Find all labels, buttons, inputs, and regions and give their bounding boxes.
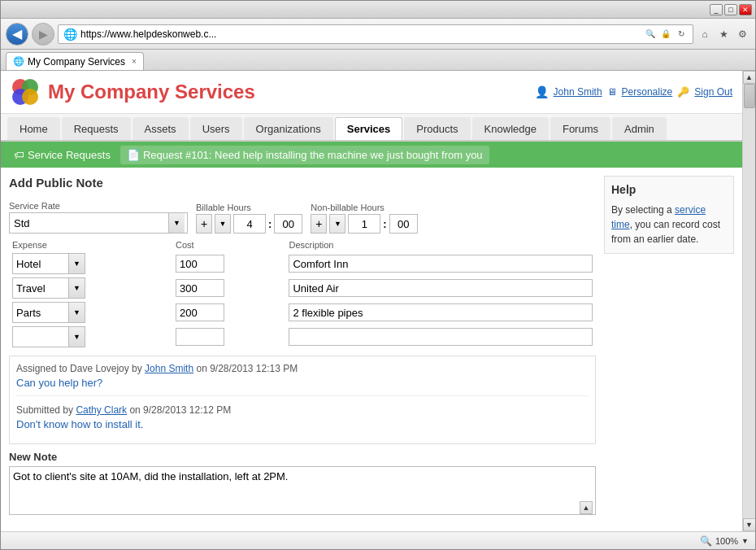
main-layout: Add Public Note Service Rate ▼ <box>1 168 742 526</box>
breadcrumb-service-requests[interactable]: 🏷 Service Requests <box>7 146 117 164</box>
window-controls: _ □ ✕ <box>710 4 752 15</box>
tab-organizations[interactable]: Organizations <box>244 117 333 140</box>
expense-type-1-select[interactable]: Hotel ▼ <box>12 253 85 274</box>
expense-desc-2-cell <box>285 276 596 300</box>
signout-icon: 🔑 <box>677 86 689 98</box>
note-2-author-link[interactable]: Cathy Clark <box>76 404 127 416</box>
billable-hours-input[interactable] <box>233 214 266 234</box>
service-rate-arrow[interactable]: ▼ <box>168 213 185 233</box>
tab-home[interactable]: Home <box>7 117 60 140</box>
home-icon[interactable]: ⌂ <box>697 26 713 42</box>
expense-desc-3-cell <box>285 300 596 325</box>
lock-icon: 🔒 <box>659 28 672 41</box>
note-1-text: Can you help her? <box>16 377 589 389</box>
expense-type-3-select[interactable]: Parts ▼ <box>12 302 85 323</box>
expense-type-1-cell: Hotel ▼ <box>9 251 172 276</box>
tab-forums[interactable]: Forums <box>550 117 610 140</box>
search-address-icon[interactable]: 🔍 <box>644 28 657 41</box>
expense-type-2-arrow[interactable]: ▼ <box>68 278 85 298</box>
note-1-author-link[interactable]: John Smith <box>145 363 193 374</box>
browser-ie-icon: 🌐 <box>63 28 77 41</box>
service-rate-select[interactable]: ▼ <box>9 212 188 234</box>
settings-icon[interactable]: ⚙ <box>734 26 750 42</box>
back-button[interactable]: ◀ <box>6 23 28 46</box>
browser-toolbar: ◀ ▶ 🌐 https://www.helpdeskonweb.c... 🔍 🔒… <box>1 19 755 50</box>
favorites-icon[interactable]: ★ <box>715 26 732 42</box>
expense-type-3-arrow[interactable]: ▼ <box>68 303 85 322</box>
scroll-down-arrow[interactable]: ▼ <box>743 518 756 531</box>
user-name-link[interactable]: John Smith <box>554 86 602 98</box>
expense-desc-1-cell <box>285 251 596 276</box>
svg-point-3 <box>22 89 38 105</box>
nonbillable-hours-input[interactable] <box>348 214 380 234</box>
expense-desc-4-input[interactable] <box>289 328 593 346</box>
new-note-wrapper: Got to client's site at 10AM, did the in… <box>9 466 596 517</box>
minimize-button[interactable]: _ <box>710 4 723 15</box>
expense-cost-1-cell <box>172 251 285 276</box>
nav-tabs: Home Requests Assets Users Organizations… <box>1 114 742 142</box>
tab-assets[interactable]: Assets <box>133 117 189 140</box>
note-scroll-up[interactable]: ▲ <box>580 501 593 514</box>
note-1-meta: Assigned to Dave Lovejoy by John Smith o… <box>16 363 589 374</box>
address-bar[interactable]: 🌐 https://www.helpdeskonweb.c... 🔍 🔒 ↻ <box>58 24 693 44</box>
service-rate-input[interactable] <box>10 215 168 232</box>
expense-cost-2-cell <box>172 276 285 300</box>
billable-plus-button[interactable]: + <box>196 214 212 234</box>
scroll-thumb[interactable] <box>744 84 755 108</box>
breadcrumb-doc-icon: 📄 <box>127 149 140 161</box>
new-note-textarea[interactable]: Got to client's site at 10AM, did the in… <box>9 466 596 515</box>
expense-type-4-arrow[interactable]: ▼ <box>68 327 85 347</box>
forward-button[interactable]: ▶ <box>32 23 54 46</box>
maximize-button[interactable]: □ <box>724 4 737 15</box>
expense-type-3-value: Parts <box>13 305 68 321</box>
header-user-area: 👤 John Smith 🖥 Personalize 🔑 Sign Out <box>535 85 732 98</box>
help-panel-content: Help By selecting a service time, you ca… <box>604 176 734 254</box>
browser-tab-main[interactable]: 🌐 My Company Services × <box>6 52 144 70</box>
tab-products[interactable]: Products <box>404 117 470 140</box>
new-note-label: New Note <box>9 451 596 463</box>
expense-type-1-arrow[interactable]: ▼ <box>68 254 85 273</box>
breadcrumb-bar: 🏷 Service Requests 📄 Request #101: Need … <box>1 142 742 168</box>
tab-knowledge[interactable]: Knowledge <box>472 117 549 140</box>
nonbillable-minutes-input[interactable] <box>389 214 418 234</box>
note-entry-1: Assigned to Dave Lovejoy by John Smith o… <box>16 363 589 396</box>
expense-cost-3-input[interactable] <box>176 303 224 321</box>
tab-requests[interactable]: Requests <box>62 117 131 140</box>
tab-users[interactable]: Users <box>190 117 242 140</box>
expense-cost-4-input[interactable] <box>176 328 224 346</box>
scroll-track[interactable] <box>743 84 756 518</box>
expense-row-4: ▼ <box>9 325 596 349</box>
refresh-icon[interactable]: ↻ <box>675 28 688 41</box>
tab-services[interactable]: Services <box>335 117 403 140</box>
help-title: Help <box>611 183 727 196</box>
expense-desc-2-input[interactable] <box>289 279 593 297</box>
scroll-up-arrow[interactable]: ▲ <box>743 71 756 84</box>
form-area: Add Public Note Service Rate ▼ <box>9 176 596 517</box>
help-service-time-link[interactable]: service time <box>611 204 706 230</box>
status-bar: 🔍 100% ▼ <box>1 531 755 549</box>
expense-cost-2-input[interactable] <box>176 279 224 297</box>
nonbillable-colon: : <box>383 218 386 230</box>
expense-type-4-cell: ▼ <box>9 325 172 349</box>
zoom-dropdown-icon[interactable]: ▼ <box>741 537 749 545</box>
address-text: https://www.helpdeskonweb.c... <box>80 28 644 40</box>
billable-minutes-input[interactable] <box>274 214 302 234</box>
expense-cost-1-input[interactable] <box>176 255 224 273</box>
expense-type-4-select[interactable]: ▼ <box>12 326 85 347</box>
expense-desc-3-input[interactable] <box>289 303 593 321</box>
nonbillable-plus-button[interactable]: + <box>311 214 327 234</box>
close-button[interactable]: ✕ <box>739 4 752 15</box>
personalize-link[interactable]: Personalize <box>622 86 673 98</box>
nonbillable-arrow-box[interactable]: ▼ <box>329 214 345 234</box>
app-header: My Company Services 👤 John Smith 🖥 Perso… <box>1 71 742 114</box>
browser-tab-close[interactable]: × <box>132 57 137 66</box>
breadcrumb-request-101[interactable]: 📄 Request #101: Need help installing the… <box>120 146 489 164</box>
service-rate-label: Service Rate <box>9 201 188 211</box>
expense-desc-1-input[interactable] <box>289 255 593 273</box>
tab-admin[interactable]: Admin <box>612 117 667 140</box>
expense-type-2-select[interactable]: Travel ▼ <box>12 277 85 299</box>
signout-link[interactable]: Sign Out <box>694 86 732 98</box>
notes-section: Assigned to Dave Lovejoy by John Smith o… <box>9 356 596 444</box>
nonbillable-hours-controls: + ▼ : <box>311 214 417 234</box>
billable-arrow-box[interactable]: ▼ <box>215 214 231 234</box>
